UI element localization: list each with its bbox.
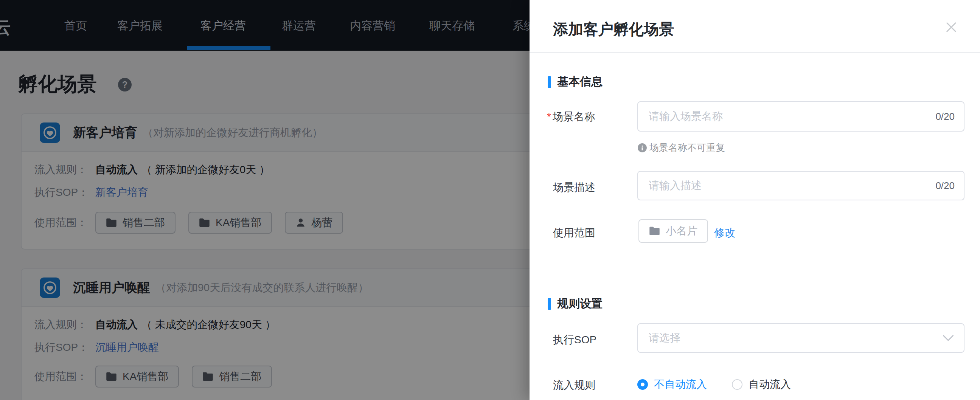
sop-select-placeholder: 请选择 bbox=[649, 331, 681, 345]
sop-select[interactable]: 请选择 bbox=[637, 323, 964, 353]
inflow-field-label: 流入规则 bbox=[553, 378, 595, 392]
scope-field-label: 使用范围 bbox=[553, 226, 595, 240]
scene-name-hint: 场景名称不可重复 bbox=[637, 141, 725, 154]
scene-name-field: 0/20 bbox=[637, 101, 964, 132]
scene-desc-field: 0/20 bbox=[637, 171, 964, 200]
radio-label: 不自动流入 bbox=[654, 377, 707, 392]
section-rule-settings: 规则设置 bbox=[548, 296, 603, 311]
radio-unselected-icon bbox=[732, 379, 743, 390]
section-heading: 基本信息 bbox=[557, 74, 603, 90]
drawer-title: 添加客户孵化场景 bbox=[553, 19, 674, 40]
scene-desc-label: 场景描述 bbox=[553, 180, 595, 195]
drawer-header: 添加客户孵化场景 bbox=[530, 0, 980, 53]
scene-name-hint-text: 场景名称不可重复 bbox=[649, 141, 725, 154]
scene-name-input[interactable] bbox=[638, 102, 964, 131]
scope-tag-label: 小名片 bbox=[666, 224, 697, 238]
info-icon bbox=[637, 143, 647, 153]
inflow-radio-group: 不自动流入 自动流入 bbox=[637, 377, 816, 392]
scene-desc-counter: 0/20 bbox=[935, 180, 955, 192]
section-accent-bar bbox=[548, 76, 551, 88]
scope-selected-tag: 小名片 bbox=[638, 219, 708, 243]
radio-no-auto-inflow[interactable]: 不自动流入 bbox=[637, 377, 707, 392]
sop-field-label: 执行SOP bbox=[553, 333, 597, 347]
close-icon[interactable] bbox=[945, 21, 958, 34]
add-scenario-drawer: 添加客户孵化场景 基本信息 *场景名称 0/20 场景名称不可重复 场景描述 0… bbox=[530, 0, 980, 400]
scope-modify-link[interactable]: 修改 bbox=[714, 226, 735, 240]
radio-auto-inflow[interactable]: 自动流入 bbox=[732, 377, 791, 392]
required-asterisk: * bbox=[547, 111, 551, 122]
radio-selected-icon bbox=[637, 379, 648, 390]
radio-label: 自动流入 bbox=[749, 377, 791, 392]
chevron-down-icon bbox=[943, 334, 954, 342]
section-accent-bar bbox=[548, 298, 551, 310]
scene-desc-input[interactable] bbox=[638, 171, 964, 200]
section-heading: 规则设置 bbox=[557, 296, 603, 311]
scene-name-counter: 0/20 bbox=[935, 111, 955, 122]
section-basic-info: 基本信息 bbox=[548, 74, 603, 90]
folder-icon bbox=[649, 226, 660, 236]
scene-name-label: *场景名称 bbox=[553, 110, 595, 124]
